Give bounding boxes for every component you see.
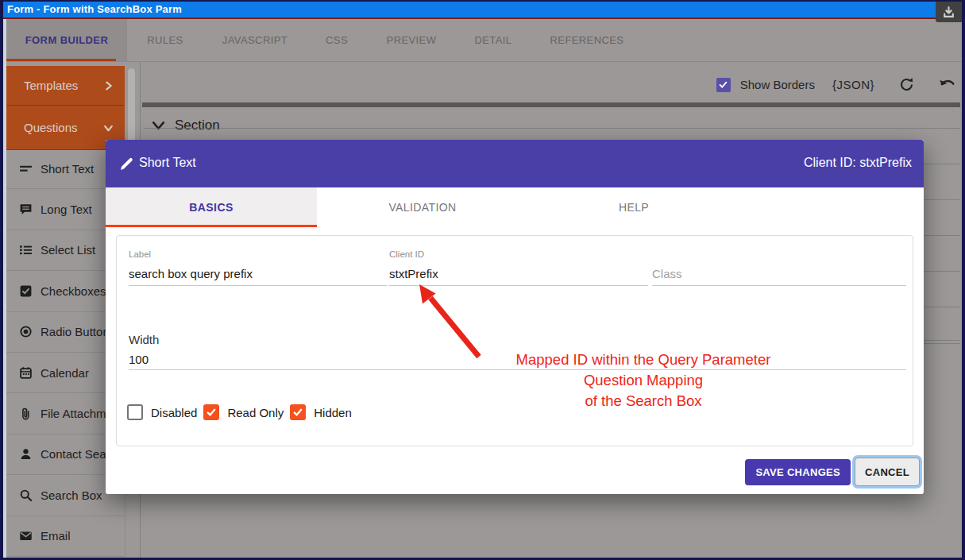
paperclip-icon <box>19 407 33 420</box>
tab-rules[interactable]: RULES <box>127 19 203 61</box>
sidebar-item-label: Short Text <box>41 162 94 176</box>
client-id-field: Client ID <box>389 245 648 286</box>
client-id-input[interactable] <box>389 267 648 286</box>
disabled-label: Disabled <box>151 406 197 419</box>
main-tabbar: FORM BUILDER RULES JAVASCRIPT CSS PREVIE… <box>6 19 962 62</box>
sidebar-item-label: Long Text <box>41 203 92 216</box>
show-borders-label: Show Borders <box>740 78 815 91</box>
refresh-icon <box>898 76 915 93</box>
dialog-header: Short Text Client ID: stxtPrefix <box>106 140 924 187</box>
dialog-title: Short Text <box>139 156 196 170</box>
section-label: Section <box>175 118 220 133</box>
read-only-checkbox-group[interactable]: Read Only <box>203 404 284 420</box>
short-text-icon <box>19 162 33 176</box>
chevron-down-icon <box>152 120 165 131</box>
option-checkboxes: Disabled Read Only Hidden <box>127 404 352 420</box>
section-header[interactable]: Section <box>152 118 220 133</box>
sidebar-item-label: Checkboxes <box>41 284 106 298</box>
sidebar-item-label: Search Box <box>41 489 102 502</box>
dialog-client-id: Client ID: stxtPrefix <box>804 156 912 170</box>
tab-references[interactable]: REFERENCES <box>531 19 643 61</box>
tab-javascript[interactable]: JAVASCRIPT <box>203 19 307 61</box>
person-icon <box>19 447 33 461</box>
hidden-checkbox-group[interactable]: Hidden <box>290 404 352 420</box>
checkbox-icon <box>19 284 33 298</box>
app-window: Form - Form with SearchBox Parm FORM BUI… <box>3 2 962 558</box>
long-text-icon <box>19 203 33 216</box>
sidebar-group-templates[interactable]: Templates <box>6 66 125 106</box>
disabled-checkbox-group[interactable]: Disabled <box>127 404 197 420</box>
json-button[interactable]: {JSON} <box>832 78 874 91</box>
chevron-right-icon <box>103 80 114 91</box>
pencil-icon <box>119 156 134 172</box>
dialog-tab-basics[interactable]: BASICS <box>106 187 317 227</box>
sidebar-item-label: Email <box>41 529 71 543</box>
search-icon <box>19 489 33 502</box>
dialog-actions: SAVE CHANGES CANCEL <box>745 458 920 486</box>
class-input[interactable] <box>652 267 906 286</box>
refresh-button[interactable] <box>898 76 915 93</box>
sidebar-item-email[interactable]: Email <box>6 516 125 557</box>
download-button[interactable] <box>936 2 962 22</box>
hidden-label: Hidden <box>314 406 352 419</box>
undo-button[interactable] <box>939 77 957 92</box>
section-panel-strip <box>142 102 960 107</box>
tab-detail[interactable]: DETAIL <box>456 19 531 61</box>
sidebar-group-label: Templates <box>24 79 78 92</box>
label-field: Label <box>129 245 388 286</box>
chevron-down-icon <box>103 122 114 133</box>
save-changes-button[interactable]: SAVE CHANGES <box>745 459 851 485</box>
bg-row-divider <box>144 128 960 129</box>
width-input[interactable] <box>129 353 906 370</box>
read-only-checkbox[interactable] <box>203 404 219 420</box>
check-icon <box>206 407 217 418</box>
short-text-dialog: Short Text Client ID: stxtPrefix BASICS … <box>106 140 924 494</box>
calendar-icon <box>19 366 33 380</box>
dialog-tab-help[interactable]: HELP <box>528 187 739 227</box>
check-icon <box>718 79 728 90</box>
basics-panel: Label Client ID Width Disabled <box>116 235 913 446</box>
hidden-checkbox[interactable] <box>290 404 306 420</box>
sidebar-item-label: Select List <box>41 243 95 257</box>
tab-form-builder[interactable]: FORM BUILDER <box>6 19 127 61</box>
class-field <box>652 245 906 286</box>
tab-css[interactable]: CSS <box>307 19 367 61</box>
width-field: Width <box>129 333 906 370</box>
show-borders-checkbox[interactable] <box>716 78 731 92</box>
sidebar-group-label: Questions <box>24 121 78 134</box>
download-icon <box>942 6 955 19</box>
width-field-caption: Width <box>129 333 906 347</box>
dialog-tabbar: BASICS VALIDATION HELP <box>106 187 924 227</box>
radio-icon <box>19 325 33 338</box>
sidebar-item-label: Calendar <box>41 366 89 380</box>
undo-icon <box>939 77 957 92</box>
email-icon <box>19 529 33 543</box>
cancel-button[interactable]: CANCEL <box>855 458 920 486</box>
select-list-icon <box>19 243 33 257</box>
window-title: Form - Form with SearchBox Parm <box>7 3 182 15</box>
window-titlebar: Form - Form with SearchBox Parm <box>3 2 962 17</box>
canvas-toolbar: Show Borders {JSON} <box>716 76 957 93</box>
tab-preview[interactable]: PREVIEW <box>367 19 456 61</box>
label-input[interactable] <box>129 267 388 286</box>
read-only-label: Read Only <box>227 406 284 419</box>
client-id-field-caption: Client ID <box>389 249 648 261</box>
dialog-tab-validation[interactable]: VALIDATION <box>317 187 528 227</box>
sidebar-item-label: Radio Buttons <box>41 325 115 338</box>
label-field-caption: Label <box>129 249 388 261</box>
check-icon <box>292 407 303 418</box>
disabled-checkbox[interactable] <box>127 404 143 420</box>
